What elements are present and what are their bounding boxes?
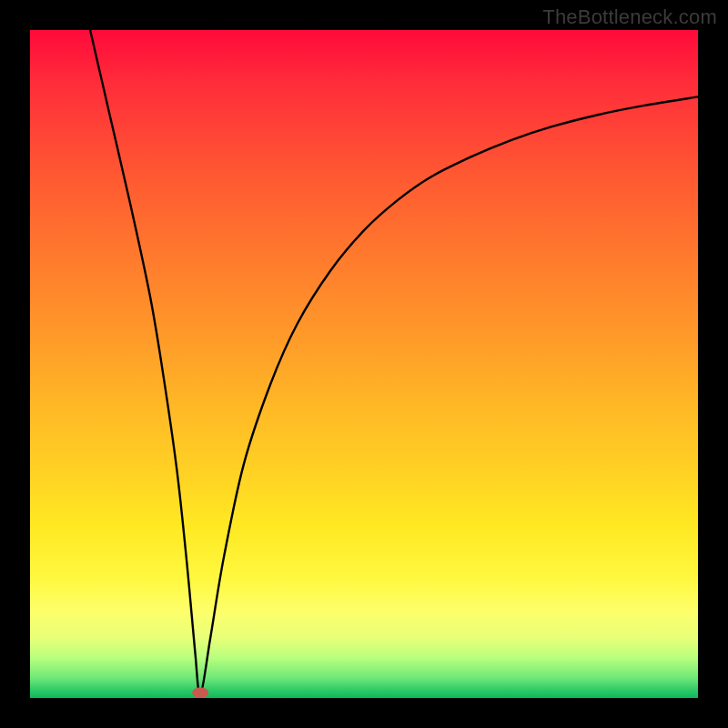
plot-area <box>30 30 698 698</box>
curve-line <box>90 30 698 694</box>
chart-svg <box>30 30 698 698</box>
minimum-marker <box>192 687 208 698</box>
chart-frame: TheBottleneck.com <box>0 0 728 728</box>
watermark-text: TheBottleneck.com <box>542 5 717 29</box>
